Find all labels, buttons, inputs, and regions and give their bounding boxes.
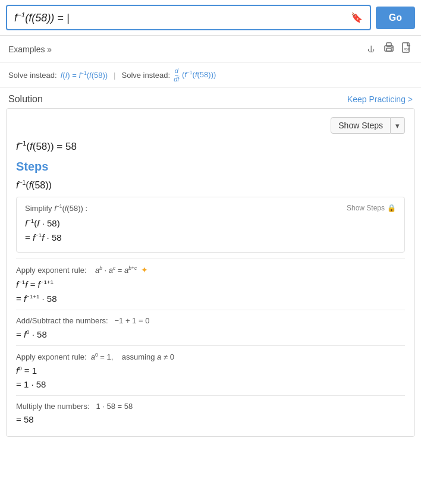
rule-2-label: Add/Subtract the numbers: −1 + 1 = 0 bbox=[16, 316, 405, 325]
lock-icon: 🔒 bbox=[387, 204, 396, 212]
bookmark-icon[interactable]: 🔖 bbox=[351, 12, 363, 23]
examples-link[interactable]: Examples » bbox=[8, 45, 52, 54]
rule-4-result-1: = 58 bbox=[16, 414, 405, 424]
pdf-icon[interactable]: PDF bbox=[401, 42, 413, 56]
show-steps-dropdown[interactable]: ▾ bbox=[391, 117, 405, 134]
solve-separator: | bbox=[114, 71, 115, 80]
svg-rect-2 bbox=[387, 48, 391, 51]
simplify-label: Simplify f−1(f(58)) : bbox=[25, 203, 87, 213]
rule-3-result-1: f0 = 1 bbox=[16, 365, 405, 376]
simplify-equals-line: = f−1f · 58 bbox=[25, 232, 396, 242]
input-container: f−1(f(58)) = | 🔖 bbox=[6, 5, 371, 30]
solution-box: Show Steps ▾ f−1(f(58)) = 58 Steps f−1(f… bbox=[6, 108, 415, 437]
show-steps-inner[interactable]: Show Steps 🔒 bbox=[347, 204, 396, 212]
lightbulb-icon-1[interactable]: ✦ bbox=[141, 266, 148, 275]
solve-instead-link-2[interactable]: d df (f−1(f(58))) bbox=[174, 68, 216, 83]
rule-4-label: Multiply the numbers: 1 · 58 = 58 bbox=[16, 402, 405, 411]
rule-divider-2 bbox=[16, 310, 405, 310]
top-bar: f−1(f(58)) = | 🔖 Go bbox=[0, 0, 421, 36]
solution-title: Solution bbox=[8, 94, 43, 105]
rule-1-result-2: = f−1+1 · 58 bbox=[16, 293, 405, 304]
solve-instead-row: Solve instead: f(f) = f−1(f(58)) | Solve… bbox=[0, 63, 421, 88]
rule-3-result-2: = 1 · 58 bbox=[16, 379, 405, 389]
share-icon[interactable]: ⫝ bbox=[366, 43, 377, 55]
rule-divider-4 bbox=[16, 395, 405, 396]
rule-3-label: Apply exponent rule: a0 = 1, assuming a … bbox=[16, 352, 405, 361]
toolbar-icons: ⫝ PDF bbox=[366, 42, 413, 56]
simplify-step-box: Simplify f−1(f(58)) : Show Steps 🔒 f−1(f… bbox=[16, 197, 405, 253]
math-input: f−1(f(58)) = | bbox=[14, 11, 346, 24]
solution-header: Solution Keep Practicing > bbox=[0, 88, 421, 108]
solve-instead-label-2: Solve instead: bbox=[121, 71, 170, 80]
rule-divider-1 bbox=[16, 259, 405, 259]
step-box-header: Simplify f−1(f(58)) : Show Steps 🔒 bbox=[25, 203, 396, 213]
go-button[interactable]: Go bbox=[376, 7, 415, 29]
rule-2-result-1: = f0 · 58 bbox=[16, 329, 405, 339]
show-steps-bar: Show Steps ▾ bbox=[16, 117, 405, 134]
initial-step-equation: f−1(f(58)) bbox=[16, 179, 405, 191]
rule-divider-3 bbox=[16, 345, 405, 346]
simplify-result-equation: f−1(f · 58) bbox=[25, 218, 396, 228]
keep-practicing-link[interactable]: Keep Practicing > bbox=[347, 94, 413, 104]
main-result-equation: f−1(f(58)) = 58 bbox=[16, 140, 405, 153]
rule-1-label: Apply exponent rule: ab · ac = ab+c ✦ bbox=[16, 265, 405, 275]
print-icon[interactable] bbox=[383, 42, 395, 56]
examples-row: Examples » ⫝ PDF bbox=[0, 36, 421, 63]
svg-point-3 bbox=[391, 47, 392, 48]
solve-instead-label-1: Solve instead: bbox=[8, 71, 57, 80]
solve-instead-link-1[interactable]: f(f) = f−1(f(58)) bbox=[61, 70, 108, 80]
steps-heading: Steps bbox=[16, 160, 405, 174]
show-steps-button[interactable]: Show Steps bbox=[331, 117, 391, 134]
svg-text:PDF: PDF bbox=[404, 48, 410, 51]
rule-1-result-1: f−1f = f−1+1 bbox=[16, 279, 405, 289]
show-steps-inner-label: Show Steps bbox=[347, 204, 385, 212]
